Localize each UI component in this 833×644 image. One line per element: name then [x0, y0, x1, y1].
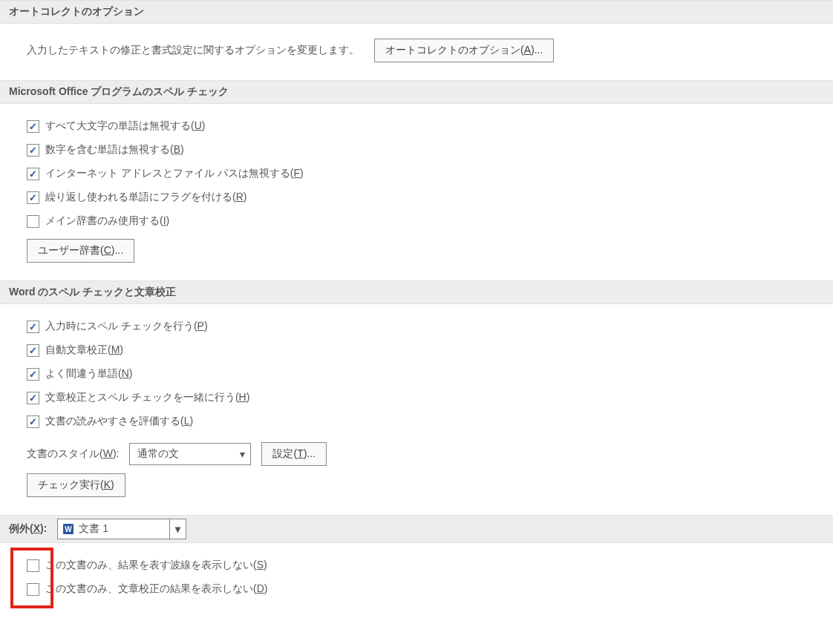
- wordproof-option-label: よく間違う単語(N): [45, 367, 132, 381]
- section-word-proofing-header: Word のスペル チェックと文章校正: [0, 280, 833, 304]
- wordproof-option-row: 自動文章校正(M): [27, 340, 818, 361]
- wordproof-option-checkbox[interactable]: [27, 392, 39, 404]
- autocorrect-options-button[interactable]: オートコレクトのオプション(A)...: [374, 39, 554, 62]
- spell-option-row: メイン辞書のみ使用する(I): [27, 211, 818, 231]
- wordproof-option-label: 入力時にスペル チェックを行う(P): [45, 320, 208, 333]
- wordproof-option-checkbox[interactable]: [27, 321, 39, 333]
- word-doc-icon: W: [62, 523, 74, 535]
- writing-style-select[interactable]: 通常の文 ▾: [129, 443, 251, 465]
- section-word-proofing-body: 入力時にスペル チェックを行う(P)自動文章校正(M)よく間違う単語(N)文章校…: [0, 304, 833, 515]
- exception-option-label: この文書のみ、結果を表す波線を表示しない(S): [45, 559, 267, 572]
- exception-option-checkbox[interactable]: [27, 559, 39, 572]
- spell-option-checkbox[interactable]: [27, 144, 39, 157]
- recheck-document-button[interactable]: チェック実行(K): [27, 473, 125, 497]
- grammar-settings-button[interactable]: 設定(T)...: [261, 442, 327, 466]
- spell-option-checkbox[interactable]: [27, 215, 39, 228]
- spell-option-checkbox[interactable]: [27, 191, 39, 204]
- spell-option-label: インターネット アドレスとファイル パスは無視する(F): [45, 167, 304, 180]
- exception-option-row: この文書のみ、文章校正の結果を表示しない(D): [27, 579, 818, 599]
- spell-option-row: インターネット アドレスとファイル パスは無視する(F): [27, 163, 818, 184]
- exceptions-document-select[interactable]: W 文書 1 ▾: [57, 519, 186, 539]
- chevron-down-icon: ▾: [169, 519, 186, 539]
- spell-option-checkbox[interactable]: [27, 168, 39, 180]
- exception-option-checkbox[interactable]: [27, 583, 39, 596]
- svg-text:W: W: [65, 525, 73, 533]
- wordproof-option-label: 自動文章校正(M): [45, 344, 123, 357]
- wordproof-option-row: 入力時にスペル チェックを行う(P): [27, 316, 818, 337]
- section-office-spelling-body: すべて大文字の単語は無視する(U)数字を含む単語は無視する(B)インターネット …: [0, 104, 833, 280]
- wordproof-option-label: 文章校正とスペル チェックを一緒に行う(H): [45, 391, 249, 404]
- wordproof-option-row: 文書の読みやすさを評価する(L): [27, 411, 818, 432]
- wordproof-option-label: 文書の読みやすさを評価する(L): [45, 415, 193, 428]
- spell-option-row: 繰り返し使われる単語にフラグを付ける(R): [27, 187, 818, 208]
- proofing-options-panel: オートコレクトのオプション 入力したテキストの修正と書式設定に関するオプションを…: [0, 0, 833, 617]
- section-autocorrect-header: オートコレクトのオプション: [0, 0, 833, 24]
- spelling-checkbox-list: すべて大文字の単語は無視する(U)数字を含む単語は無視する(B)インターネット …: [27, 116, 818, 231]
- section-exceptions-body: この文書のみ、結果を表す波線を表示しない(S)この文書のみ、文章校正の結果を表示…: [0, 543, 833, 608]
- word-proofing-checkbox-list: 入力時にスペル チェックを行う(P)自動文章校正(M)よく間違う単語(N)文章校…: [27, 316, 818, 432]
- wordproof-option-checkbox[interactable]: [27, 415, 39, 428]
- section-exceptions-header: 例外(X): W 文書 1 ▾: [0, 515, 833, 543]
- spell-option-row: 数字を含む単語は無視する(B): [27, 139, 818, 160]
- chevron-down-icon: ▾: [234, 444, 250, 464]
- wordproof-option-row: 文章校正とスペル チェックを一緒に行う(H): [27, 387, 818, 408]
- section-office-spelling-header: Microsoft Office プログラムのスペル チェック: [0, 80, 833, 104]
- exceptions-checkbox-list: この文書のみ、結果を表す波線を表示しない(S)この文書のみ、文章校正の結果を表示…: [27, 555, 818, 599]
- exception-option-label: この文書のみ、文章校正の結果を表示しない(D): [45, 582, 267, 596]
- spell-option-label: すべて大文字の単語は無視する(U): [45, 119, 205, 133]
- wordproof-option-checkbox[interactable]: [27, 344, 39, 357]
- exception-option-row: この文書のみ、結果を表す波線を表示しない(S): [27, 555, 818, 576]
- spell-option-label: メイン辞書のみ使用する(I): [45, 214, 169, 228]
- wordproof-option-row: よく間違う単語(N): [27, 364, 818, 384]
- spell-option-label: 繰り返し使われる単語にフラグを付ける(R): [45, 191, 246, 204]
- custom-dictionaries-button[interactable]: ユーザー辞書(C)...: [27, 239, 134, 263]
- writing-style-label: 文書のスタイル(W):: [27, 447, 119, 461]
- spell-option-checkbox[interactable]: [27, 120, 39, 133]
- section-autocorrect-body: 入力したテキストの修正と書式設定に関するオプションを変更します。 オートコレクト…: [0, 24, 833, 80]
- spell-option-row: すべて大文字の単語は無視する(U): [27, 116, 818, 137]
- autocorrect-desc: 入力したテキストの修正と書式設定に関するオプションを変更します。: [27, 44, 359, 57]
- wordproof-option-checkbox[interactable]: [27, 368, 39, 381]
- spell-option-label: 数字を含む単語は無視する(B): [45, 143, 184, 157]
